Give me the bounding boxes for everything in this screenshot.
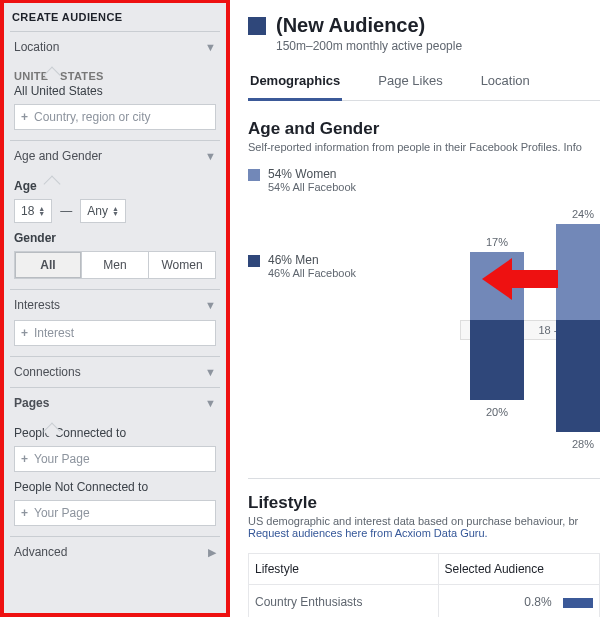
age-separator: — xyxy=(60,204,72,218)
section-pages-body: People Connected to + Your Page People N… xyxy=(10,426,220,536)
legend-women-line2: 54% All Facebook xyxy=(268,181,356,193)
section-age-gender-label: Age and Gender xyxy=(14,149,102,163)
tab-page-likes[interactable]: Page Likes xyxy=(376,67,444,100)
chevron-right-icon: ▶ xyxy=(208,546,216,559)
section-location-label: Location xyxy=(14,40,59,54)
bar-label-men: 20% xyxy=(460,406,534,418)
plus-icon: + xyxy=(21,326,28,340)
pages-connected-placeholder: Your Page xyxy=(34,452,90,466)
sidebar-title: CREATE AUDIENCE xyxy=(10,7,220,31)
legend-women-text: 54% Women 54% All Facebook xyxy=(268,167,356,193)
legend-men-text: 46% Men 46% All Facebook xyxy=(268,253,356,279)
section-pages: Pages ▼ People Connected to + Your Page … xyxy=(10,387,220,536)
interests-placeholder: Interest xyxy=(34,326,74,340)
gender-label: Gender xyxy=(14,231,216,245)
age-row: 18 ▲▼ — Any ▲▼ xyxy=(14,199,216,223)
legend-women-swatch xyxy=(248,169,260,181)
chevron-down-icon: ▼ xyxy=(205,397,216,409)
gender-all-button[interactable]: All xyxy=(15,252,82,278)
chart-column: 17% 20% xyxy=(460,186,534,446)
lifestyle-name: Country Enthusiasts xyxy=(249,585,439,618)
legend-men-line1: 46% Men xyxy=(268,253,356,267)
bar-men xyxy=(556,320,600,432)
age-to-select[interactable]: Any ▲▼ xyxy=(80,199,126,223)
section-age-gender: Age and Gender ▼ Age 18 ▲▼ — Any ▲▼ xyxy=(10,140,220,289)
bar-men xyxy=(470,320,524,400)
pages-not-connected-placeholder: Your Page xyxy=(34,506,90,520)
section-interests-label: Interests xyxy=(14,298,60,312)
lifestyle-subtitle: US demographic and interest data based o… xyxy=(248,515,600,527)
interests-input[interactable]: + Interest xyxy=(14,320,216,346)
table-row: Country Enthusiasts 0.8% xyxy=(249,585,600,618)
section-interests-toggle[interactable]: Interests ▼ xyxy=(10,290,220,320)
section-advanced: Advanced ▶ xyxy=(10,536,220,567)
section-interests: Interests ▼ + Interest xyxy=(10,289,220,356)
stepper-icon: ▲▼ xyxy=(112,206,119,216)
section-connections: Connections ▼ xyxy=(10,356,220,387)
location-input[interactable]: + Country, region or city xyxy=(14,104,216,130)
legend-women-line1: 54% Women xyxy=(268,167,356,181)
legend-men-line2: 46% All Facebook xyxy=(268,267,356,279)
annotation-arrow-icon xyxy=(488,258,558,298)
gender-segmented: All Men Women xyxy=(14,251,216,279)
col-selected: Selected Audience xyxy=(438,554,599,585)
audience-subtitle: 150m–200m monthly active people xyxy=(276,39,600,53)
gender-men-button[interactable]: Men xyxy=(82,252,149,278)
bar-women xyxy=(556,224,600,320)
chart-column: 24% 28% xyxy=(546,186,600,446)
section-pages-toggle[interactable]: Pages ▼ xyxy=(10,388,220,418)
audience-color-swatch xyxy=(248,17,266,35)
lifestyle-section: Lifestyle US demographic and interest da… xyxy=(248,478,600,617)
chevron-down-icon: ▼ xyxy=(205,299,216,311)
section-advanced-toggle[interactable]: Advanced ▶ xyxy=(10,537,220,567)
chevron-down-icon: ▼ xyxy=(205,41,216,53)
age-gender-chart: 18 - 24 25 - 34 17% 20% 24% 28% xyxy=(460,186,600,446)
create-audience-sidebar: CREATE AUDIENCE Location ▼ UNITED STATES… xyxy=(0,0,230,617)
audience-title: (New Audience) xyxy=(276,14,425,37)
lifestyle-title: Lifestyle xyxy=(248,493,600,513)
pages-connected-label: People Connected to xyxy=(14,426,216,440)
bar-label-men: 28% xyxy=(546,438,600,450)
lifestyle-table: Lifestyle Selected Audience Country Enth… xyxy=(248,553,600,617)
age-from-value: 18 xyxy=(21,204,34,218)
section-location-body: UNITED STATES All United States + Countr… xyxy=(10,70,220,140)
main-panel: (New Audience) 150m–200m monthly active … xyxy=(230,0,600,617)
col-lifestyle: Lifestyle xyxy=(249,554,439,585)
tab-location[interactable]: Location xyxy=(479,67,532,100)
chevron-down-icon: ▼ xyxy=(205,150,216,162)
section-pages-label: Pages xyxy=(14,396,49,410)
pages-not-connected-input[interactable]: + Your Page xyxy=(14,500,216,526)
location-input-placeholder: Country, region or city xyxy=(34,110,151,124)
age-to-value: Any xyxy=(87,204,108,218)
age-gender-subtitle: Self-reported information from people in… xyxy=(248,141,600,153)
audience-header: (New Audience) xyxy=(248,14,600,37)
plus-icon: + xyxy=(21,110,28,124)
bar-label-women: 24% xyxy=(546,208,600,220)
lifestyle-request-link[interactable]: Request audiences here from Acxiom Data … xyxy=(248,527,600,539)
age-label: Age xyxy=(14,179,216,193)
section-location-toggle[interactable]: Location ▼ xyxy=(10,32,220,62)
gender-women-button[interactable]: Women xyxy=(149,252,215,278)
lifestyle-pct: 0.8% xyxy=(524,595,551,609)
section-connections-label: Connections xyxy=(14,365,81,379)
tab-demographics[interactable]: Demographics xyxy=(248,67,342,101)
bar-label-women: 17% xyxy=(460,236,534,248)
location-region-sub: All United States xyxy=(14,84,216,98)
chevron-down-icon: ▼ xyxy=(205,366,216,378)
age-from-select[interactable]: 18 ▲▼ xyxy=(14,199,52,223)
section-connections-toggle[interactable]: Connections ▼ xyxy=(10,357,220,387)
pages-connected-input[interactable]: + Your Page xyxy=(14,446,216,472)
sparkbar-icon xyxy=(563,598,593,608)
section-advanced-label: Advanced xyxy=(14,545,67,559)
section-location: Location ▼ UNITED STATES All United Stat… xyxy=(10,31,220,140)
pages-not-connected-label: People Not Connected to xyxy=(14,480,216,494)
lifestyle-pct-cell: 0.8% xyxy=(438,585,599,618)
section-age-gender-toggle[interactable]: Age and Gender ▼ xyxy=(10,141,220,171)
age-gender-title: Age and Gender xyxy=(248,119,600,139)
insights-tabs: Demographics Page Likes Location xyxy=(248,67,600,101)
section-age-gender-body: Age 18 ▲▼ — Any ▲▼ Gender All Men xyxy=(10,179,220,289)
plus-icon: + xyxy=(21,452,28,466)
section-interests-body: + Interest xyxy=(10,320,220,356)
stepper-icon: ▲▼ xyxy=(38,206,45,216)
table-header-row: Lifestyle Selected Audience xyxy=(249,554,600,585)
